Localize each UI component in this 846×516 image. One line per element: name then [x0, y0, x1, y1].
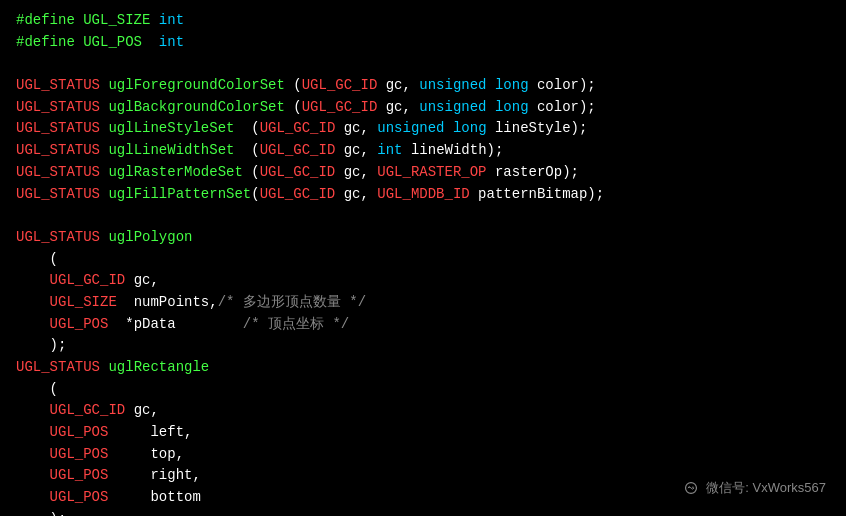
code-line: UGL_POS *pData /* 顶点坐标 */ — [16, 314, 830, 336]
code-line: #define UGL_POS int — [16, 32, 830, 54]
code-line: UGL_STATUS uglPolygon — [16, 227, 830, 249]
code-line: UGL_STATUS uglForegroundColorSet (UGL_GC… — [16, 75, 830, 97]
code-line: UGL_STATUS uglLineWidthSet (UGL_GC_ID gc… — [16, 140, 830, 162]
svg-point-1 — [688, 487, 690, 489]
code-line: ); — [16, 335, 830, 357]
code-line: #define UGL_SIZE int — [16, 10, 830, 32]
watermark: 微信号: VxWorks567 — [682, 478, 826, 498]
code-line: ); — [16, 509, 830, 516]
code-line: UGL_STATUS uglRectangle — [16, 357, 830, 379]
code-line: UGL_STATUS uglLineStyleSet (UGL_GC_ID gc… — [16, 118, 830, 140]
code-line — [16, 53, 830, 75]
code-editor: #define UGL_SIZE int#define UGL_POS int … — [0, 0, 846, 516]
code-line: UGL_STATUS uglRasterModeSet (UGL_GC_ID g… — [16, 162, 830, 184]
svg-point-2 — [692, 487, 694, 489]
code-line: UGL_STATUS uglFillPatternSet(UGL_GC_ID g… — [16, 184, 830, 206]
code-line: UGL_STATUS uglBackgroundColorSet (UGL_GC… — [16, 97, 830, 119]
code-line: UGL_POS top, — [16, 444, 830, 466]
code-line: UGL_POS left, — [16, 422, 830, 444]
code-line: ( — [16, 379, 830, 401]
code-line — [16, 205, 830, 227]
code-line: ( — [16, 249, 830, 271]
code-line: UGL_SIZE numPoints,/* 多边形顶点数量 */ — [16, 292, 830, 314]
code-content: #define UGL_SIZE int#define UGL_POS int … — [16, 10, 830, 516]
code-line: UGL_GC_ID gc, — [16, 400, 830, 422]
code-line: UGL_GC_ID gc, — [16, 270, 830, 292]
